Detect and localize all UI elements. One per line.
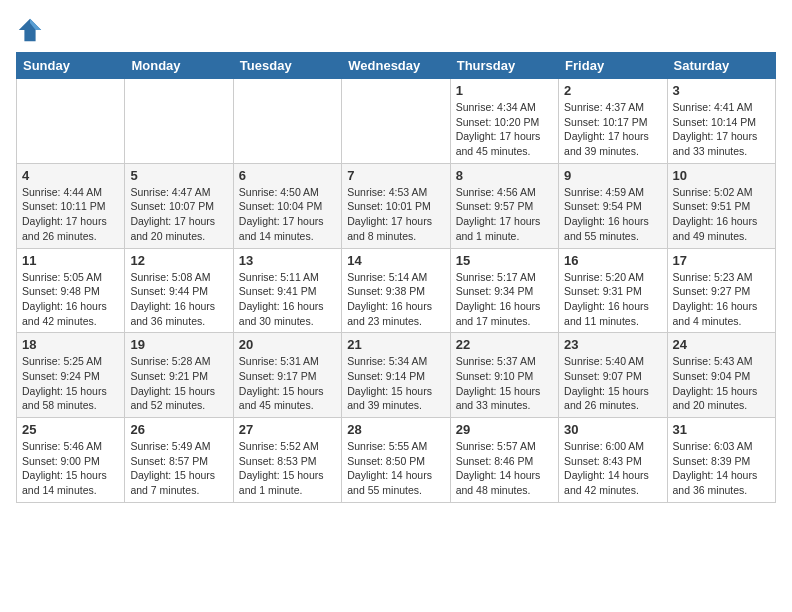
day-info: Sunrise: 4:50 AMSunset: 10:04 PMDaylight… [239,185,336,244]
day-info: Sunrise: 5:25 AMSunset: 9:24 PMDaylight:… [22,354,119,413]
calendar-cell: 2Sunrise: 4:37 AMSunset: 10:17 PMDayligh… [559,79,667,164]
day-info: Sunrise: 4:37 AMSunset: 10:17 PMDaylight… [564,100,661,159]
calendar-cell: 11Sunrise: 5:05 AMSunset: 9:48 PMDayligh… [17,248,125,333]
day-info: Sunrise: 5:31 AMSunset: 9:17 PMDaylight:… [239,354,336,413]
calendar-body: 1Sunrise: 4:34 AMSunset: 10:20 PMDayligh… [17,79,776,503]
day-info: Sunrise: 5:57 AMSunset: 8:46 PMDaylight:… [456,439,553,498]
day-number: 27 [239,422,336,437]
calendar-cell: 20Sunrise: 5:31 AMSunset: 9:17 PMDayligh… [233,333,341,418]
day-number: 17 [673,253,770,268]
calendar-cell: 18Sunrise: 5:25 AMSunset: 9:24 PMDayligh… [17,333,125,418]
calendar-header-wednesday: Wednesday [342,53,450,79]
day-number: 18 [22,337,119,352]
day-info: Sunrise: 5:02 AMSunset: 9:51 PMDaylight:… [673,185,770,244]
logo-icon [16,16,44,44]
day-number: 9 [564,168,661,183]
day-number: 6 [239,168,336,183]
day-info: Sunrise: 5:05 AMSunset: 9:48 PMDaylight:… [22,270,119,329]
day-number: 5 [130,168,227,183]
day-info: Sunrise: 5:34 AMSunset: 9:14 PMDaylight:… [347,354,444,413]
calendar-row-0: 1Sunrise: 4:34 AMSunset: 10:20 PMDayligh… [17,79,776,164]
calendar-cell: 27Sunrise: 5:52 AMSunset: 8:53 PMDayligh… [233,418,341,503]
day-info: Sunrise: 6:00 AMSunset: 8:43 PMDaylight:… [564,439,661,498]
calendar-header-tuesday: Tuesday [233,53,341,79]
calendar-cell: 22Sunrise: 5:37 AMSunset: 9:10 PMDayligh… [450,333,558,418]
calendar-header-row: SundayMondayTuesdayWednesdayThursdayFrid… [17,53,776,79]
day-number: 25 [22,422,119,437]
day-info: Sunrise: 5:49 AMSunset: 8:57 PMDaylight:… [130,439,227,498]
day-number: 14 [347,253,444,268]
day-number: 24 [673,337,770,352]
calendar-cell: 4Sunrise: 4:44 AMSunset: 10:11 PMDayligh… [17,163,125,248]
calendar-cell: 25Sunrise: 5:46 AMSunset: 9:00 PMDayligh… [17,418,125,503]
day-number: 28 [347,422,444,437]
calendar-cell: 26Sunrise: 5:49 AMSunset: 8:57 PMDayligh… [125,418,233,503]
calendar-cell: 23Sunrise: 5:40 AMSunset: 9:07 PMDayligh… [559,333,667,418]
calendar-cell: 17Sunrise: 5:23 AMSunset: 9:27 PMDayligh… [667,248,775,333]
day-number: 11 [22,253,119,268]
calendar-header-thursday: Thursday [450,53,558,79]
page-header [16,16,776,44]
calendar-cell: 10Sunrise: 5:02 AMSunset: 9:51 PMDayligh… [667,163,775,248]
day-info: Sunrise: 4:47 AMSunset: 10:07 PMDaylight… [130,185,227,244]
logo [16,16,48,44]
day-number: 1 [456,83,553,98]
calendar-header-friday: Friday [559,53,667,79]
day-number: 10 [673,168,770,183]
day-number: 31 [673,422,770,437]
day-number: 3 [673,83,770,98]
day-info: Sunrise: 4:34 AMSunset: 10:20 PMDaylight… [456,100,553,159]
calendar-cell: 6Sunrise: 4:50 AMSunset: 10:04 PMDayligh… [233,163,341,248]
day-info: Sunrise: 4:44 AMSunset: 10:11 PMDaylight… [22,185,119,244]
calendar-cell: 12Sunrise: 5:08 AMSunset: 9:44 PMDayligh… [125,248,233,333]
day-info: Sunrise: 4:56 AMSunset: 9:57 PMDaylight:… [456,185,553,244]
calendar-cell: 29Sunrise: 5:57 AMSunset: 8:46 PMDayligh… [450,418,558,503]
day-info: Sunrise: 4:41 AMSunset: 10:14 PMDaylight… [673,100,770,159]
day-info: Sunrise: 5:14 AMSunset: 9:38 PMDaylight:… [347,270,444,329]
day-info: Sunrise: 5:11 AMSunset: 9:41 PMDaylight:… [239,270,336,329]
day-number: 26 [130,422,227,437]
day-info: Sunrise: 5:55 AMSunset: 8:50 PMDaylight:… [347,439,444,498]
day-number: 29 [456,422,553,437]
day-info: Sunrise: 5:28 AMSunset: 9:21 PMDaylight:… [130,354,227,413]
calendar-cell: 21Sunrise: 5:34 AMSunset: 9:14 PMDayligh… [342,333,450,418]
calendar-cell [125,79,233,164]
calendar-cell: 1Sunrise: 4:34 AMSunset: 10:20 PMDayligh… [450,79,558,164]
day-number: 4 [22,168,119,183]
day-number: 22 [456,337,553,352]
day-number: 13 [239,253,336,268]
day-info: Sunrise: 4:53 AMSunset: 10:01 PMDaylight… [347,185,444,244]
calendar-cell: 8Sunrise: 4:56 AMSunset: 9:57 PMDaylight… [450,163,558,248]
day-info: Sunrise: 5:43 AMSunset: 9:04 PMDaylight:… [673,354,770,413]
day-number: 7 [347,168,444,183]
day-info: Sunrise: 5:08 AMSunset: 9:44 PMDaylight:… [130,270,227,329]
calendar-cell [17,79,125,164]
day-info: Sunrise: 5:20 AMSunset: 9:31 PMDaylight:… [564,270,661,329]
calendar-cell: 15Sunrise: 5:17 AMSunset: 9:34 PMDayligh… [450,248,558,333]
calendar-row-1: 4Sunrise: 4:44 AMSunset: 10:11 PMDayligh… [17,163,776,248]
calendar-table: SundayMondayTuesdayWednesdayThursdayFrid… [16,52,776,503]
day-info: Sunrise: 5:40 AMSunset: 9:07 PMDaylight:… [564,354,661,413]
day-number: 19 [130,337,227,352]
calendar-cell: 3Sunrise: 4:41 AMSunset: 10:14 PMDayligh… [667,79,775,164]
day-info: Sunrise: 5:17 AMSunset: 9:34 PMDaylight:… [456,270,553,329]
day-number: 30 [564,422,661,437]
day-number: 23 [564,337,661,352]
day-number: 16 [564,253,661,268]
day-info: Sunrise: 5:52 AMSunset: 8:53 PMDaylight:… [239,439,336,498]
day-info: Sunrise: 5:23 AMSunset: 9:27 PMDaylight:… [673,270,770,329]
calendar-row-3: 18Sunrise: 5:25 AMSunset: 9:24 PMDayligh… [17,333,776,418]
day-number: 12 [130,253,227,268]
calendar-header-saturday: Saturday [667,53,775,79]
calendar-cell: 31Sunrise: 6:03 AMSunset: 8:39 PMDayligh… [667,418,775,503]
calendar-cell: 5Sunrise: 4:47 AMSunset: 10:07 PMDayligh… [125,163,233,248]
day-number: 2 [564,83,661,98]
day-info: Sunrise: 6:03 AMSunset: 8:39 PMDaylight:… [673,439,770,498]
calendar-cell: 7Sunrise: 4:53 AMSunset: 10:01 PMDayligh… [342,163,450,248]
calendar-cell: 16Sunrise: 5:20 AMSunset: 9:31 PMDayligh… [559,248,667,333]
calendar-cell: 28Sunrise: 5:55 AMSunset: 8:50 PMDayligh… [342,418,450,503]
calendar-header-monday: Monday [125,53,233,79]
calendar-cell [233,79,341,164]
calendar-cell: 19Sunrise: 5:28 AMSunset: 9:21 PMDayligh… [125,333,233,418]
calendar-cell: 14Sunrise: 5:14 AMSunset: 9:38 PMDayligh… [342,248,450,333]
